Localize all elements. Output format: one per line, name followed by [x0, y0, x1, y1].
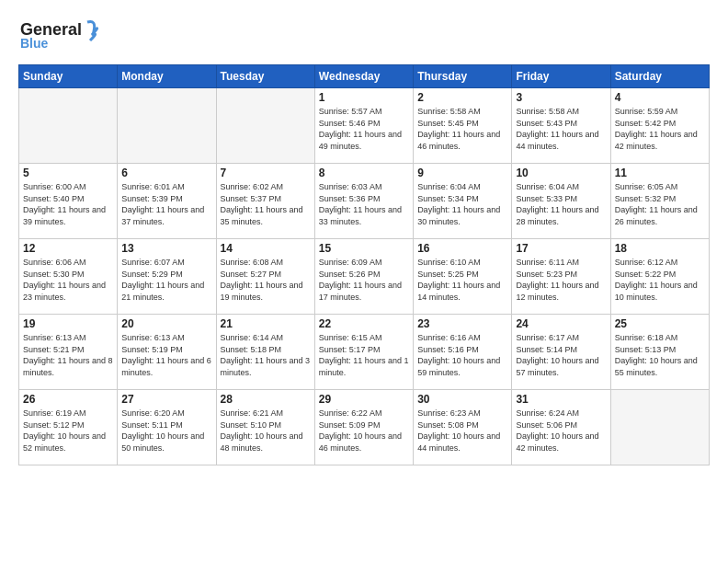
day-cell: 11Sunrise: 6:05 AMSunset: 5:32 PMDayligh…	[610, 164, 709, 239]
day-number: 28	[221, 393, 311, 406]
day-number: 11	[615, 167, 705, 179]
day-cell: 15Sunrise: 6:09 AMSunset: 5:26 PMDayligh…	[314, 239, 413, 315]
day-cell: 1Sunrise: 5:57 AMSunset: 5:46 PMDaylight…	[314, 88, 413, 164]
day-number: 14	[221, 242, 311, 255]
header-monday: Monday	[118, 65, 216, 88]
header-sunday: Sunday	[19, 65, 118, 88]
day-number: 19	[23, 317, 113, 330]
day-number: 16	[417, 242, 507, 255]
day-number: 26	[23, 393, 113, 406]
day-cell: 7Sunrise: 6:02 AMSunset: 5:37 PMDaylight…	[216, 164, 314, 239]
day-cell: 6Sunrise: 6:01 AMSunset: 5:39 PMDaylight…	[118, 164, 216, 239]
calendar-table: SundayMondayTuesdayWednesdayThursdayFrid…	[18, 64, 710, 465]
day-cell: 8Sunrise: 6:03 AMSunset: 5:36 PMDaylight…	[314, 164, 413, 239]
day-info: Sunrise: 6:17 AMSunset: 5:14 PMDaylight:…	[516, 332, 606, 378]
day-cell: 21Sunrise: 6:14 AMSunset: 5:18 PMDayligh…	[216, 315, 314, 390]
day-number: 3	[516, 91, 606, 104]
day-info: Sunrise: 6:11 AMSunset: 5:23 PMDaylight:…	[516, 257, 606, 303]
header-tuesday: Tuesday	[216, 65, 314, 88]
day-info: Sunrise: 6:14 AMSunset: 5:18 PMDaylight:…	[221, 332, 311, 378]
day-cell: 25Sunrise: 6:18 AMSunset: 5:13 PMDayligh…	[610, 315, 709, 390]
day-info: Sunrise: 6:06 AMSunset: 5:30 PMDaylight:…	[23, 257, 113, 303]
day-number: 17	[516, 242, 606, 255]
day-info: Sunrise: 5:58 AMSunset: 5:45 PMDaylight:…	[417, 106, 507, 152]
header-wednesday: Wednesday	[314, 65, 413, 88]
day-number: 5	[23, 167, 113, 179]
day-cell: 24Sunrise: 6:17 AMSunset: 5:14 PMDayligh…	[512, 315, 610, 390]
day-cell	[118, 88, 216, 164]
week-row-3: 12Sunrise: 6:06 AMSunset: 5:30 PMDayligh…	[19, 239, 710, 315]
day-number: 7	[221, 167, 311, 179]
day-info: Sunrise: 6:20 AMSunset: 5:11 PMDaylight:…	[121, 408, 211, 454]
day-number: 4	[615, 91, 705, 104]
day-cell	[19, 88, 118, 164]
day-info: Sunrise: 6:00 AMSunset: 5:40 PMDaylight:…	[23, 181, 113, 227]
header-friday: Friday	[512, 65, 610, 88]
header: General Blue	[18, 15, 710, 53]
day-info: Sunrise: 6:09 AMSunset: 5:26 PMDaylight:…	[319, 257, 409, 303]
day-info: Sunrise: 6:13 AMSunset: 5:21 PMDaylight:…	[23, 332, 113, 378]
day-cell: 14Sunrise: 6:08 AMSunset: 5:27 PMDayligh…	[216, 239, 314, 315]
day-info: Sunrise: 5:57 AMSunset: 5:46 PMDaylight:…	[319, 106, 409, 152]
day-number: 30	[417, 393, 507, 406]
day-info: Sunrise: 6:24 AMSunset: 5:06 PMDaylight:…	[516, 408, 606, 454]
day-info: Sunrise: 6:04 AMSunset: 5:33 PMDaylight:…	[516, 181, 606, 227]
day-number: 1	[319, 91, 409, 104]
day-number: 15	[319, 242, 409, 255]
day-number: 6	[121, 167, 211, 179]
day-cell: 23Sunrise: 6:16 AMSunset: 5:16 PMDayligh…	[414, 315, 512, 390]
day-number: 18	[615, 242, 705, 255]
day-cell: 17Sunrise: 6:11 AMSunset: 5:23 PMDayligh…	[512, 239, 610, 315]
day-info: Sunrise: 6:15 AMSunset: 5:17 PMDaylight:…	[319, 332, 409, 378]
day-cell: 26Sunrise: 6:19 AMSunset: 5:12 PMDayligh…	[19, 390, 118, 465]
day-cell: 18Sunrise: 6:12 AMSunset: 5:22 PMDayligh…	[610, 239, 709, 315]
day-number: 2	[417, 91, 507, 104]
svg-text:Blue: Blue	[20, 36, 49, 51]
day-number: 27	[121, 393, 211, 406]
week-row-2: 5Sunrise: 6:00 AMSunset: 5:40 PMDaylight…	[19, 164, 710, 239]
day-number: 29	[319, 393, 409, 406]
week-row-1: 1Sunrise: 5:57 AMSunset: 5:46 PMDaylight…	[19, 88, 710, 164]
day-cell: 3Sunrise: 5:58 AMSunset: 5:43 PMDaylight…	[512, 88, 610, 164]
day-number: 13	[121, 242, 211, 255]
day-info: Sunrise: 6:19 AMSunset: 5:12 PMDaylight:…	[23, 408, 113, 454]
day-number: 23	[417, 317, 507, 330]
day-info: Sunrise: 6:04 AMSunset: 5:34 PMDaylight:…	[417, 181, 507, 227]
day-cell: 27Sunrise: 6:20 AMSunset: 5:11 PMDayligh…	[118, 390, 216, 465]
day-cell: 9Sunrise: 6:04 AMSunset: 5:34 PMDaylight…	[414, 164, 512, 239]
logo-icon: General Blue	[18, 15, 101, 53]
day-number: 9	[417, 167, 507, 179]
day-info: Sunrise: 6:10 AMSunset: 5:25 PMDaylight:…	[417, 257, 507, 303]
day-cell: 31Sunrise: 6:24 AMSunset: 5:06 PMDayligh…	[512, 390, 610, 465]
day-cell: 28Sunrise: 6:21 AMSunset: 5:10 PMDayligh…	[216, 390, 314, 465]
day-info: Sunrise: 6:03 AMSunset: 5:36 PMDaylight:…	[319, 181, 409, 227]
day-cell: 30Sunrise: 6:23 AMSunset: 5:08 PMDayligh…	[414, 390, 512, 465]
header-saturday: Saturday	[610, 65, 709, 88]
day-info: Sunrise: 6:02 AMSunset: 5:37 PMDaylight:…	[221, 181, 311, 227]
day-cell: 13Sunrise: 6:07 AMSunset: 5:29 PMDayligh…	[118, 239, 216, 315]
day-info: Sunrise: 6:05 AMSunset: 5:32 PMDaylight:…	[615, 181, 705, 227]
day-number: 10	[516, 167, 606, 179]
day-info: Sunrise: 6:07 AMSunset: 5:29 PMDaylight:…	[121, 257, 211, 303]
day-cell: 16Sunrise: 6:10 AMSunset: 5:25 PMDayligh…	[414, 239, 512, 315]
day-cell: 10Sunrise: 6:04 AMSunset: 5:33 PMDayligh…	[512, 164, 610, 239]
day-info: Sunrise: 6:18 AMSunset: 5:13 PMDaylight:…	[615, 332, 705, 378]
day-cell	[610, 390, 709, 465]
day-info: Sunrise: 6:21 AMSunset: 5:10 PMDaylight:…	[221, 408, 311, 454]
week-row-4: 19Sunrise: 6:13 AMSunset: 5:21 PMDayligh…	[19, 315, 710, 390]
day-number: 21	[221, 317, 311, 330]
day-info: Sunrise: 6:22 AMSunset: 5:09 PMDaylight:…	[319, 408, 409, 454]
day-cell: 12Sunrise: 6:06 AMSunset: 5:30 PMDayligh…	[19, 239, 118, 315]
day-info: Sunrise: 6:16 AMSunset: 5:16 PMDaylight:…	[417, 332, 507, 378]
calendar-header-row: SundayMondayTuesdayWednesdayThursdayFrid…	[19, 65, 710, 88]
day-number: 31	[516, 393, 606, 406]
day-cell: 19Sunrise: 6:13 AMSunset: 5:21 PMDayligh…	[19, 315, 118, 390]
day-number: 20	[121, 317, 211, 330]
logo: General Blue	[18, 15, 101, 53]
day-info: Sunrise: 6:08 AMSunset: 5:27 PMDaylight:…	[221, 257, 311, 303]
day-info: Sunrise: 6:01 AMSunset: 5:39 PMDaylight:…	[121, 181, 211, 227]
day-number: 12	[23, 242, 113, 255]
day-cell: 20Sunrise: 6:13 AMSunset: 5:19 PMDayligh…	[118, 315, 216, 390]
page-container: General Blue SundayMondayTuesdayWednesda…	[0, 0, 728, 475]
day-number: 22	[319, 317, 409, 330]
